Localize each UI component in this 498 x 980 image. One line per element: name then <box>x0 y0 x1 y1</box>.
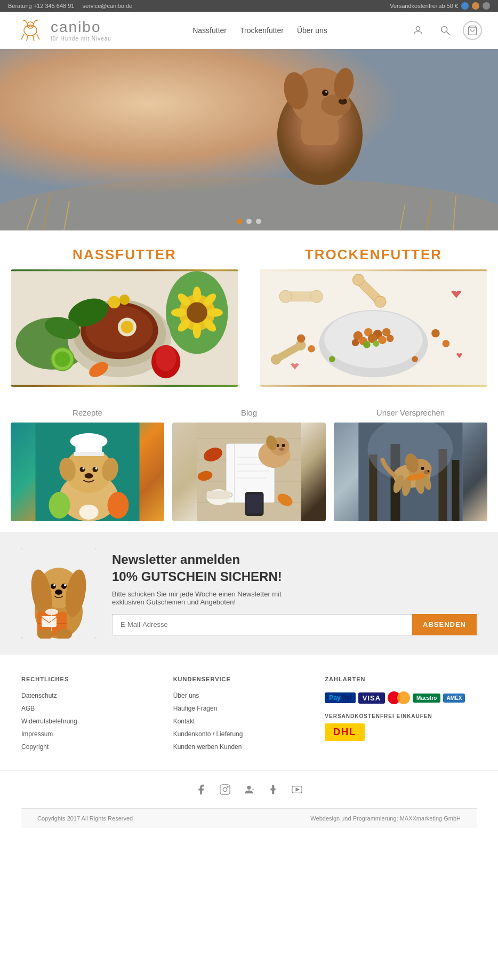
footer-service-links: Über uns Häufige Fragen Kontakt Kundenko… <box>173 690 315 751</box>
link-about[interactable]: Über uns <box>173 692 199 699</box>
trockenfutter-title: TROCKENFUTTER <box>305 246 442 263</box>
svg-point-81 <box>443 340 450 347</box>
svg-point-90 <box>80 467 85 472</box>
svg-point-98 <box>108 492 129 519</box>
newsletter-title: Newsletter anmelden 10% GUTSCHEIN SICHER… <box>112 551 477 584</box>
search-button[interactable] <box>436 21 455 40</box>
link-account[interactable]: Kundenkonto / Lieferung <box>173 730 243 738</box>
settings-icon[interactable] <box>483 2 490 10</box>
svg-point-116 <box>282 444 285 447</box>
nassfutter-image <box>11 269 238 387</box>
account-button[interactable] <box>408 21 428 40</box>
versand-title: VERSANDKOSTENFREI EINKAUFEN <box>325 713 466 719</box>
svg-point-80 <box>431 329 440 338</box>
svg-rect-89 <box>74 452 104 456</box>
svg-line-3 <box>27 36 28 41</box>
link-impressum[interactable]: Impressum <box>21 730 53 738</box>
footer-col-service: KUNDENSERVICE Über uns Häufige Fragen Ko… <box>173 676 325 754</box>
social-footer: + <box>0 770 498 808</box>
svg-line-4 <box>33 36 34 41</box>
category-section: NASSFUTTER <box>0 230 498 397</box>
google-plus-icon: + <box>243 784 255 795</box>
svg-point-76 <box>363 341 371 348</box>
logo-area[interactable]: canibo für Hunde mit Niveau <box>16 15 111 45</box>
phone-text: Beratung +12 345 648 91 <box>8 3 74 9</box>
nav-nassfutter[interactable]: Nassfutter <box>192 26 227 35</box>
svg-point-53 <box>156 345 176 371</box>
hero-dot-2[interactable] <box>246 219 252 224</box>
main-nav: Nassfutter Trockenfutter Über uns <box>192 26 327 35</box>
promise-tile[interactable]: Unser Versprechen <box>334 408 487 521</box>
email-input[interactable] <box>112 614 412 635</box>
svg-rect-162 <box>220 785 230 794</box>
recipes-title: Rezepte <box>73 408 102 417</box>
youtube-button[interactable] <box>289 782 305 798</box>
cart-icon <box>467 25 478 36</box>
paypal-icon: Pay <box>329 694 340 702</box>
trockenfutter-category[interactable]: TROCKENFUTTER <box>260 246 487 387</box>
svg-point-74 <box>352 339 359 346</box>
google-plus-button[interactable]: + <box>241 782 257 798</box>
link-referral[interactable]: Kunden werben Kunden <box>173 743 242 751</box>
flag-icon[interactable] <box>472 2 479 10</box>
svg-point-45 <box>121 321 133 333</box>
instagram-button[interactable] <box>217 782 233 798</box>
svg-point-36 <box>193 323 202 338</box>
dhl-text: DHL <box>333 727 356 737</box>
footer-legal-title: RECHTLICHES <box>21 676 163 682</box>
hero-dot-3[interactable] <box>256 219 261 224</box>
newsletter-section: Newsletter anmelden 10% GUTSCHEIN SICHER… <box>0 532 498 655</box>
nassfutter-category[interactable]: NASSFUTTER <box>11 246 238 387</box>
svg-rect-157 <box>42 616 57 627</box>
link-contact[interactable]: Kontakt <box>173 718 195 725</box>
hero-dog-illustration <box>0 49 498 230</box>
top-bar-right: Versandkostenfrei ab 50 € <box>390 2 490 10</box>
blog-tile[interactable]: Blog <box>172 408 326 521</box>
footer-columns: RECHTLICHES Datenschutz AGB Widerrufsbel… <box>21 676 477 754</box>
link-datenschutz[interactable]: Datenschutz <box>21 692 57 699</box>
dhl-badge: DHL <box>325 723 365 741</box>
promise-image <box>334 423 487 521</box>
visa-badge: VISA <box>358 692 385 704</box>
hero-dot-1[interactable] <box>237 219 242 224</box>
logo-name: canibo <box>51 19 111 36</box>
svg-line-8 <box>447 31 450 35</box>
user-icon <box>412 25 424 36</box>
svg-point-73 <box>378 336 387 345</box>
svg-point-48 <box>108 296 120 308</box>
paypal-text: Pal <box>342 694 351 702</box>
hero-dots <box>237 219 261 224</box>
svg-point-16 <box>322 90 328 96</box>
hero-content <box>0 49 498 230</box>
link-faq[interactable]: Häufige Fragen <box>173 705 218 712</box>
subscribe-button[interactable]: ABSENDEN <box>412 614 477 635</box>
facebook-icon <box>195 784 207 795</box>
newsletter-content: Newsletter anmelden 10% GUTSCHEIN SICHER… <box>112 551 477 635</box>
svg-point-97 <box>49 492 70 519</box>
svg-point-149 <box>51 584 56 589</box>
svg-point-6 <box>416 26 420 30</box>
link-agb[interactable]: AGB <box>21 705 35 712</box>
facebook-button[interactable] <box>193 782 209 798</box>
copyright-text: Copyrights 2017 All Rights Reserved <box>37 815 133 822</box>
logo-text: canibo für Hunde mit Niveau <box>51 19 111 42</box>
tumblr-button[interactable] <box>265 782 281 798</box>
footer: RECHTLICHES Datenschutz AGB Widerrufsbel… <box>0 655 498 839</box>
cart-button[interactable] <box>463 21 482 40</box>
footer-service-title: KUNDENSERVICE <box>173 676 315 682</box>
newsletter-description: Bitte schicken Sie mir jede Woche einen … <box>112 590 315 606</box>
paypal-badge: PayPal <box>325 692 355 703</box>
globe-icon[interactable] <box>461 2 469 10</box>
link-copyright[interactable]: Copyright <box>21 743 49 751</box>
link-widerruf[interactable]: Widerrufsbelehrung <box>21 718 77 725</box>
newsletter-form: ABSENDEN <box>112 614 477 635</box>
footer-col-legal: RECHTLICHES Datenschutz AGB Widerrufsbel… <box>21 676 173 754</box>
svg-point-92 <box>83 467 85 469</box>
svg-point-163 <box>223 787 227 791</box>
svg-point-91 <box>93 467 98 472</box>
recipes-tile[interactable]: Rezepte <box>11 408 164 521</box>
svg-point-88 <box>70 433 108 449</box>
nav-trockenfutter[interactable]: Trockenfutter <box>240 26 284 35</box>
svg-point-38 <box>171 308 187 317</box>
nav-about[interactable]: Über uns <box>297 26 327 35</box>
